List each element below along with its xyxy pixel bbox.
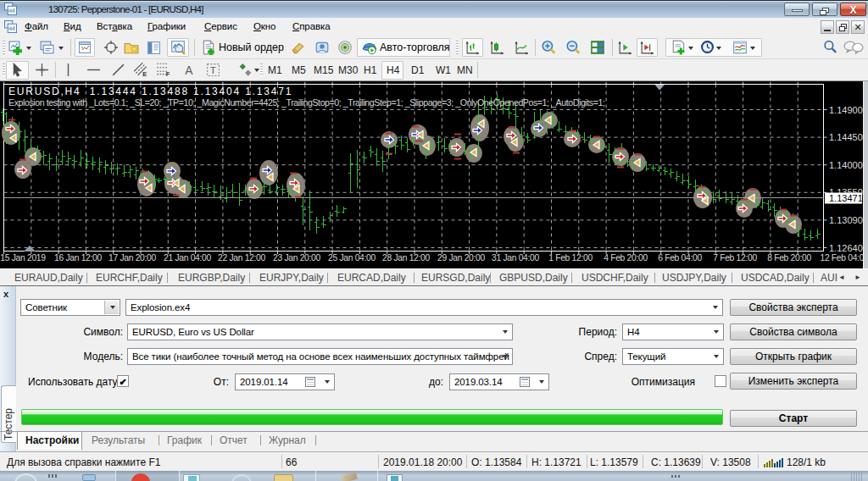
svg-text:28 Jan 12:00: 28 Jan 12:00 <box>382 253 431 263</box>
svg-text:25 Jan 04:00: 25 Jan 04:00 <box>328 253 376 263</box>
svg-text:1 Feb 12:00: 1 Feb 12:00 <box>548 253 593 263</box>
svg-text:Explosion testing with _Lots=0: Explosion testing with _Lots=0.1; _SL=20… <box>8 97 604 108</box>
svg-text:6 Feb 04:00: 6 Feb 04:00 <box>658 253 702 263</box>
svg-text:E: E <box>142 70 147 77</box>
svg-text:29 Jan 20:00: 29 Jan 20:00 <box>437 253 486 263</box>
svg-text:1.14000: 1.14000 <box>829 160 863 170</box>
svg-text:1.12640: 1.12640 <box>829 243 863 253</box>
svg-text:12 Feb 04:00: 12 Feb 04:00 <box>820 253 868 263</box>
svg-text:1.14450: 1.14450 <box>829 132 863 142</box>
svg-text:21 Jan 04:00: 21 Jan 04:00 <box>164 253 212 263</box>
svg-text:22 Jan 12:00: 22 Jan 12:00 <box>218 253 266 263</box>
svg-text:23 Jan 20:00: 23 Jan 20:00 <box>273 253 321 263</box>
svg-text:8 Feb 20:00: 8 Feb 20:00 <box>767 253 811 263</box>
svg-text:1.13471: 1.13471 <box>829 193 863 203</box>
svg-text:1.14900: 1.14900 <box>829 105 863 115</box>
svg-text:17 Jan 20:00: 17 Jan 20:00 <box>108 253 157 263</box>
svg-text:A: A <box>185 64 193 77</box>
svg-text:31 Jan 04:00: 31 Jan 04:00 <box>492 253 540 263</box>
svg-text:7 Feb 12:00: 7 Feb 12:00 <box>713 253 757 263</box>
svg-text:T: T <box>210 64 216 75</box>
svg-text:15 Jan 2019: 15 Jan 2019 <box>0 253 46 263</box>
svg-text:16 Jan 12:00: 16 Jan 12:00 <box>54 253 103 263</box>
svg-text:4 Feb 20:00: 4 Feb 20:00 <box>604 253 648 263</box>
svg-text:EURUSD,H4 1.13444 1.13488 1.1: EURUSD,H4 1.13444 1.13488 1.13404 1.1347… <box>8 86 292 97</box>
svg-text:1.13090: 1.13090 <box>829 215 863 225</box>
svg-text:F: F <box>166 70 170 77</box>
